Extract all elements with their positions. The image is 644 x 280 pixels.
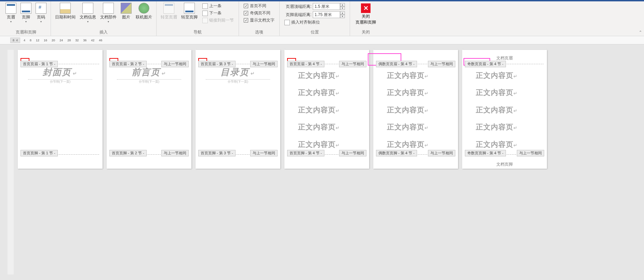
insert-align-tab[interactable]: 插入对齐制表位 bbox=[283, 19, 346, 26]
close-header-footer-button[interactable]: ✕ 关闭 页眉和页脚 bbox=[352, 2, 379, 27]
vertical-ruler[interactable] bbox=[8, 50, 14, 275]
collapse-ribbon-icon[interactable]: ⌃ bbox=[639, 30, 642, 34]
pagenum-label: 页码 bbox=[37, 14, 45, 20]
picture-button[interactable]: 图片 bbox=[119, 2, 134, 21]
section-break: 分节符(下一页) bbox=[28, 79, 92, 84]
docparts-label: 文档部件 bbox=[100, 14, 117, 20]
nav-next[interactable]: 下一条 bbox=[201, 10, 235, 17]
page-3[interactable]: 首页页眉 - 第 3 节 - 与上一节相同 目录页↵ 分节符(下一页) 首页页脚… bbox=[196, 50, 280, 169]
document-area[interactable]: 首页页眉 - 第 1 节 - 封面页↵ 分节符(下一页) 首页页脚 - 第 1 … bbox=[0, 44, 644, 280]
spin-up[interactable]: ▴ bbox=[340, 3, 345, 6]
footer-distance-label: 页脚底端距离: bbox=[286, 12, 311, 18]
footer-button[interactable]: 页脚▾ bbox=[18, 2, 33, 24]
page-6[interactable]: 文档页眉 奇数页页眉 - 第 4 节 - 正文内容页↵ 正文内容页↵ 正文内容页… bbox=[462, 50, 547, 169]
group-label-close: 关闭 bbox=[352, 29, 379, 36]
page-1[interactable]: 首页页眉 - 第 1 节 - 封面页↵ 分节符(下一页) 首页页脚 - 第 1 … bbox=[18, 50, 103, 169]
section-break: 分节符(下一页) bbox=[206, 79, 270, 84]
footer-tag-same-as-prev: 与上一节相同 bbox=[339, 150, 366, 156]
footer-tag: 首页页脚 - 第 4 节 - bbox=[287, 150, 324, 156]
header-distance-label: 页眉顶端距离: bbox=[286, 4, 311, 10]
spin-up[interactable]: ▴ bbox=[340, 11, 345, 15]
odd-even-different[interactable]: ✓奇偶页不同 bbox=[242, 10, 276, 17]
spin-down[interactable]: ▾ bbox=[340, 15, 345, 18]
header-tag-same-as-prev: 与上一节相同 bbox=[339, 61, 366, 67]
goto-footer-button[interactable]: 转至页脚 bbox=[179, 2, 200, 21]
page-title-text: 封面页 bbox=[43, 67, 71, 77]
docinfo-button[interactable]: 文档信息▾ bbox=[78, 2, 98, 24]
header-tag-same-as-prev: 与上一节相同 bbox=[428, 61, 455, 67]
goto-header-label: 转至页眉 bbox=[161, 14, 177, 20]
group-label-header-footer: 页眉和页脚 bbox=[3, 29, 49, 36]
page-number-button[interactable]: # 页码▾ bbox=[33, 2, 49, 24]
group-label-nav: 导航 bbox=[159, 29, 237, 36]
footer-tag: 奇数页页脚 - 第 4 节 - bbox=[465, 150, 506, 156]
footer-content-text: 文档页脚 bbox=[462, 162, 547, 167]
goto-header-button[interactable]: 转至页眉 bbox=[159, 2, 179, 21]
close-icon: ✕ bbox=[361, 3, 371, 13]
body-text: 正文内容页 bbox=[298, 71, 336, 79]
footer-tag-same-as-prev: 与上一节相同 bbox=[161, 150, 189, 156]
header-distance-input[interactable]: 1.5 厘米 bbox=[313, 3, 340, 10]
horizontal-ruler[interactable]: 8 4 4 8 12 16 20 24 28 32 36 42 46 bbox=[0, 36, 644, 44]
footer-tag-same-as-prev: 与上一节相同 bbox=[517, 150, 544, 156]
ribbon: 页眉▾ 页脚▾ # 页码▾ 页眉和页脚 日期和时间 文档信息▾ bbox=[0, 1, 644, 36]
body-text: 正文内容页 bbox=[387, 71, 425, 79]
page-title-text: 目录页 bbox=[220, 67, 249, 77]
header-label: 页眉 bbox=[7, 14, 15, 20]
page-5[interactable]: 偶数页页眉 - 第 4 节 - 与上一节相同 正文内容页↵ 正文内容页↵ 正文内… bbox=[373, 50, 458, 169]
footer-distance-input[interactable]: 1.75 厘米 bbox=[313, 11, 340, 18]
docparts-button[interactable]: 文档部件▾ bbox=[98, 2, 119, 24]
show-doc-text[interactable]: ✓显示文档文字 bbox=[242, 17, 276, 24]
header-button[interactable]: 页眉▾ bbox=[3, 2, 18, 24]
nav-prev[interactable]: 上一条 bbox=[201, 2, 235, 10]
page-title-text: 前言页 bbox=[132, 67, 160, 77]
link-to-prev: 链接到前一节 bbox=[201, 17, 235, 24]
footer-tag: 首页页脚 - 第 2 节 - bbox=[109, 150, 147, 156]
page-4[interactable]: 首页页眉 - 第 4 节 - 与上一节相同 正文内容页↵ 正文内容页↵ 正文内容… bbox=[284, 50, 369, 169]
docinfo-label: 文档信息 bbox=[80, 14, 96, 20]
group-label-insert: 插入 bbox=[53, 29, 154, 36]
section-break: 分节符(下一页) bbox=[117, 79, 181, 84]
first-page-different[interactable]: ✓首页不同 bbox=[242, 2, 276, 10]
datetime-label: 日期和时间 bbox=[55, 14, 76, 20]
online-picture-button[interactable]: 联机图片 bbox=[134, 2, 154, 21]
footer-tag-same-as-prev: 与上一节相同 bbox=[250, 150, 278, 156]
datetime-button[interactable]: 日期和时间 bbox=[53, 2, 78, 21]
footer-tag: 首页页脚 - 第 1 节 - bbox=[21, 150, 58, 156]
footer-tag-same-as-prev: 与上一节相同 bbox=[428, 150, 455, 156]
onlinepic-label: 联机图片 bbox=[136, 14, 152, 20]
header-tag: 奇数页页眉 - 第 4 节 - bbox=[465, 61, 506, 67]
group-label-options: 选项 bbox=[241, 29, 277, 36]
group-label-position: 位置 bbox=[282, 29, 348, 36]
picture-label: 图片 bbox=[122, 14, 130, 20]
footer-label: 页脚 bbox=[22, 14, 30, 20]
footer-tag: 偶数页页脚 - 第 4 节 - bbox=[376, 150, 417, 156]
page-2[interactable]: 首页页眉 - 第 2 节 - 与上一节相同 前言页↵ 分节符(下一页) 首页页脚… bbox=[107, 50, 191, 169]
header-tag: 首页页眉 - 第 4 节 - bbox=[287, 61, 324, 67]
body-text: 正文内容页 bbox=[476, 71, 513, 79]
footer-tag: 首页页脚 - 第 3 节 - bbox=[198, 150, 236, 156]
goto-footer-label: 转至页脚 bbox=[181, 14, 198, 20]
spin-down[interactable]: ▾ bbox=[340, 6, 345, 10]
header-tag: 偶数页页眉 - 第 4 节 - bbox=[376, 61, 417, 67]
